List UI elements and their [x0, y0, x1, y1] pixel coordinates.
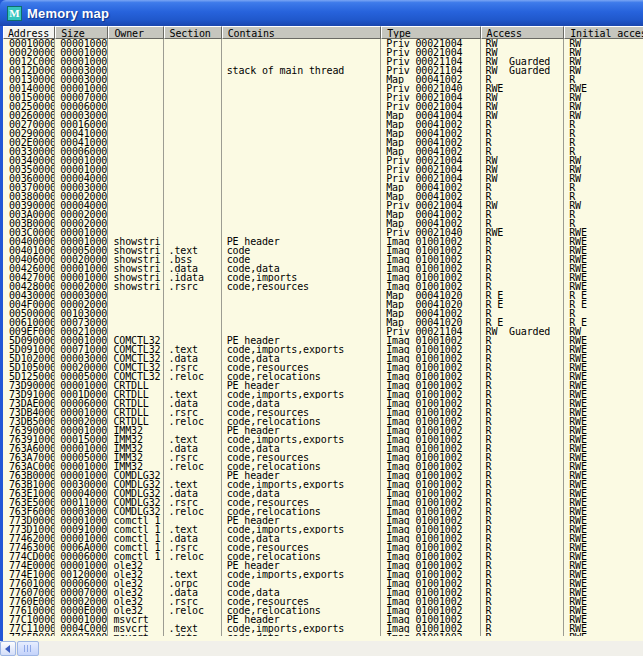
table-row[interactable]: 773D100000091000comctl_1.textcode,import…	[3, 525, 643, 534]
table-row[interactable]: 0050000000103000Map 00041002RR	[3, 309, 643, 318]
cell: Priv 00021004	[381, 156, 480, 165]
cell: code,relocations	[222, 462, 381, 471]
table-row[interactable]: 0042600000001000showstri.datacode,dataIm…	[3, 264, 643, 273]
table-row[interactable]: 0012C00000001000Priv 00021104RW GuardedR…	[3, 57, 643, 66]
table-row[interactable]: 763F600000003000COMDLG32.reloccode,reloc…	[3, 507, 643, 516]
table-row[interactable]: 0015000000007000Priv 00021004RWRW	[3, 93, 643, 102]
column-header-initial-access[interactable]: Initial access	[564, 26, 643, 39]
table-row[interactable]: 5D12500000005000COMCTL32.reloccode,reloc…	[3, 372, 643, 381]
table-row[interactable]: 002E000000041000Map 00041002RR	[3, 138, 643, 147]
table-row[interactable]: 004F000000002000Map 00041020R ER E	[3, 300, 643, 309]
table-row[interactable]: 77C110000004C000msvcrt.textcode,imports,…	[3, 624, 643, 633]
table-row[interactable]: 0061000000073000Map 00041020R ER E	[3, 318, 643, 327]
cell: ole32	[108, 597, 163, 606]
table-row[interactable]: 5D10200000003000COMCTL32.datacode,dataIm…	[3, 354, 643, 363]
table-row[interactable]: 7746200000001000comctl_1.datacode,dataIm…	[3, 534, 643, 543]
table-row[interactable]: 776100000000E000ole32.reloccode,relocati…	[3, 606, 643, 615]
table-row[interactable]: 0040000000001000showstriPE headerImag 01…	[3, 237, 643, 246]
table-row[interactable]: 774630000006A000comctl_1.rsrccode,resour…	[3, 543, 643, 552]
horizontal-scrollbar[interactable]	[0, 641, 643, 656]
table-row[interactable]: 0013000000003000Map 00041002RR	[3, 75, 643, 84]
scroll-left-button[interactable]	[0, 641, 16, 656]
table-row[interactable]: 0025000000006000Priv 00021004RWRW	[3, 102, 643, 111]
table-row[interactable]: 0040100000005000showstri.textcodeImag 01…	[3, 246, 643, 255]
cell: Imag 01001002	[381, 426, 480, 435]
cell: 773D0000	[3, 516, 55, 525]
table-row[interactable]: 0043000000003000Map 00041020R ER E	[3, 291, 643, 300]
table-row[interactable]: 0037000000003000Map 00041002RR	[3, 183, 643, 192]
table-row[interactable]: 774E100000120000ole32.textcode,imports,e…	[3, 570, 643, 579]
table-row[interactable]: 0034000000001000Priv 00021004RWRW	[3, 156, 643, 165]
cell: RWE	[564, 363, 643, 372]
table-row[interactable]: 0026000000003000Map 00041004RWRW	[3, 111, 643, 120]
table-row[interactable]: 0042800000002000showstri.rsrccode,resour…	[3, 282, 643, 291]
cell: RWE	[564, 345, 643, 354]
table-row[interactable]: 5D10500000020000COMCTL32.rsrccode,resour…	[3, 363, 643, 372]
table-row[interactable]: 73D9000000001000CRTDLLPE headerImag 0100…	[3, 381, 643, 390]
table-row[interactable]: 0038000000002000Map 00041002RR	[3, 192, 643, 201]
table-row[interactable]: 774E000000001000ole32PE headerImag 01001…	[3, 561, 643, 570]
column-header-access[interactable]: Access	[481, 26, 565, 39]
table-row[interactable]: 763B000000001000COMDLG32PE headerImag 01…	[3, 471, 643, 480]
table-row[interactable]: 0014000000001000Priv 00021040RWERWE	[3, 84, 643, 93]
table-row[interactable]: 77C1000000001000msvcrtPE headerImag 0100…	[3, 615, 643, 624]
cell: RW	[564, 57, 643, 66]
cell: RWE	[564, 480, 643, 489]
table-row[interactable]: 009EF00000021000Priv 00021104RW GuardedR…	[3, 327, 643, 336]
table-row[interactable]: 763A700000005000IMM32.rsrccode,resources…	[3, 453, 643, 462]
table-row[interactable]: 0001000000001000Priv 00021004RWRW	[3, 39, 643, 48]
table-row[interactable]: 5D09100000071000COMCTL32.textcode,import…	[3, 345, 643, 354]
table-row[interactable]: 7639000000001000IMM32PE headerImag 01001…	[3, 426, 643, 435]
cell: 00006000	[55, 552, 108, 561]
table-row[interactable]: 774CD00000006000comctl_1.reloccode,reloc…	[3, 552, 643, 561]
column-header-type[interactable]: Type	[381, 26, 480, 39]
cell: 00001000	[55, 228, 108, 237]
table-row[interactable]: 0027000000016000Map 00041002RR	[3, 120, 643, 129]
table-row[interactable]: 7760100000006000ole32.orpccodeImag 01001…	[3, 579, 643, 588]
table-row[interactable]: 7760E00000002000ole32.rsrccode,resources…	[3, 597, 643, 606]
table-row[interactable]: 003A000000002000Map 00041002RR	[3, 210, 643, 219]
column-header-contains[interactable]: Contains	[222, 26, 381, 39]
table-row[interactable]: 763B100000030000COMDLG32.textcode,import…	[3, 480, 643, 489]
table-row[interactable]: 0035000000001000Priv 00021004RWRW	[3, 165, 643, 174]
table-row[interactable]: 0012D00000003000stack of main threadPriv…	[3, 66, 643, 75]
cell: 00400000	[3, 237, 55, 246]
column-header-owner[interactable]: Owner	[108, 26, 163, 39]
cell: 00007000	[55, 633, 108, 636]
cell	[222, 39, 381, 48]
table-row[interactable]: 763AC00000001000IMM32.reloccode,relocati…	[3, 462, 643, 471]
column-header-address[interactable]: Address	[3, 26, 55, 39]
cell: code,imports,exports	[222, 480, 381, 489]
column-header-section[interactable]: Section	[164, 26, 222, 39]
cell: Imag 01001002	[381, 561, 480, 570]
table-row[interactable]: 0040600000020000showstri.bsscodeImag 010…	[3, 255, 643, 264]
table-row[interactable]: 773D000000001000comctl_1PE headerImag 01…	[3, 516, 643, 525]
table-row[interactable]: 7639100000015000IMM32.textcode,imports,e…	[3, 435, 643, 444]
table-row[interactable]: 73DB400000001000CRTDLL.rsrccode,resource…	[3, 408, 643, 417]
title-bar[interactable]: M Memory map	[0, 0, 643, 26]
table-row[interactable]: 73DAE00000006000CRTDLL.datacode,dataImag…	[3, 399, 643, 408]
table-row[interactable]: 73D910000001D000CRTDLL.textcode,imports,…	[3, 390, 643, 399]
table-row[interactable]: 003C000000001000Priv 00021040RWERWE	[3, 228, 643, 237]
table-row[interactable]: 0036000000004000Priv 00021004RWRW	[3, 174, 643, 183]
table-row[interactable]: 763E100000004000COMDLG32.datacode,dataIm…	[3, 489, 643, 498]
table-row[interactable]: 5D09000000001000COMCTL32PE headerImag 01…	[3, 336, 643, 345]
table-row[interactable]: 7760700000007000ole32.datacode,dataImag …	[3, 588, 643, 597]
table-row[interactable]: 73DB500000002000CRTDLL.reloccode,relocat…	[3, 417, 643, 426]
cell: Imag 01001002	[381, 336, 480, 345]
scrollbar-track[interactable]	[39, 641, 643, 656]
table-row[interactable]: 763A600000001000IMM32.datacode,dataImag …	[3, 444, 643, 453]
cell	[164, 291, 222, 300]
table-row[interactable]: 763E500000011000COMDLG32.rsrccode,resour…	[3, 498, 643, 507]
table-row[interactable]: 0029000000041000Map 00041002RR	[3, 129, 643, 138]
table-row[interactable]: 003B000000002000Map 00041002RR	[3, 219, 643, 228]
scrollbar-thumb[interactable]	[17, 641, 39, 656]
memory-map-client-area: AddressSizeOwnerSectionContainsTypeAcces…	[3, 26, 643, 652]
cell	[222, 228, 381, 237]
table-row[interactable]: 0042700000001000showstri.idatacode,impor…	[3, 273, 643, 282]
table-row[interactable]: 0039000000004000Priv 00021004RWRW	[3, 201, 643, 210]
table-row[interactable]: 0033000000006000Map 00041002RR	[3, 147, 643, 156]
column-header-size[interactable]: Size	[55, 26, 108, 39]
table-row[interactable]: 0002000000001000Priv 00021004RWRW	[3, 48, 643, 57]
table-row[interactable]: 77C5D00000007000msvcrt.datacode,dataImag…	[3, 633, 643, 636]
